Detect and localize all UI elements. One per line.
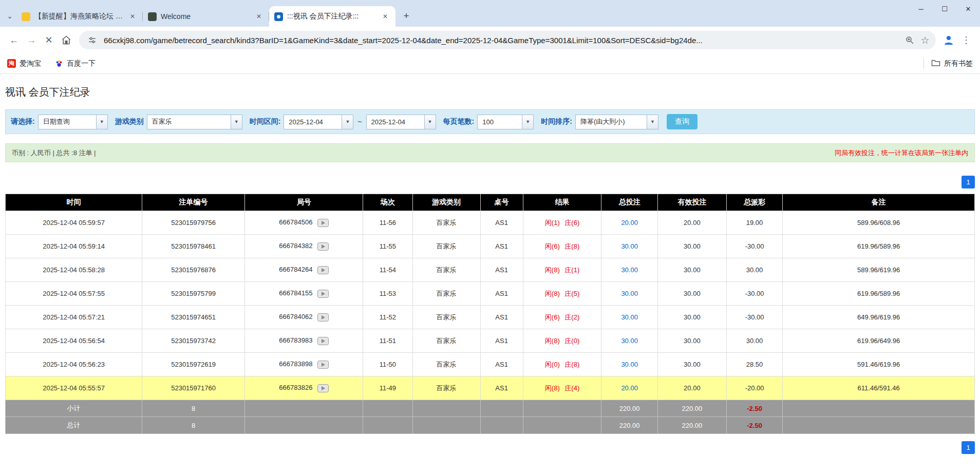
header-valid-bet: 有效投注 bbox=[657, 194, 726, 211]
result-banker: 庄(5) bbox=[564, 290, 579, 297]
bookmark-star-icon[interactable]: ☆ bbox=[917, 32, 933, 48]
cell-result: 闲(1) 庄(6) bbox=[523, 211, 601, 235]
round-video-icon[interactable] bbox=[317, 290, 329, 298]
cell-payout: -30.00 bbox=[726, 306, 782, 329]
date-end-input[interactable]: 2025-12-04 ▼ bbox=[366, 115, 436, 129]
cell-bet-id: 523015975799 bbox=[142, 282, 245, 306]
url-input[interactable]: 66cxkj98.com/game/betrecord_search/kind3… bbox=[104, 36, 902, 45]
chevron-down-icon[interactable]: ▼ bbox=[96, 115, 107, 129]
cell-bet-id: 523015971760 bbox=[142, 376, 245, 400]
total-bet-link[interactable]: 30.00 bbox=[621, 337, 638, 345]
cell-valid-bet: 30.00 bbox=[657, 353, 726, 376]
cell-game-type: 百家乐 bbox=[412, 235, 480, 258]
total-bet-link[interactable]: 20.00 bbox=[621, 219, 638, 226]
cell-round: 666784062 bbox=[245, 306, 363, 329]
cell-session: 11-50 bbox=[363, 353, 412, 376]
cell-round: 666783983 bbox=[245, 329, 363, 353]
search-button[interactable]: 查询 bbox=[667, 114, 698, 129]
tab-close-icon[interactable]: ✕ bbox=[380, 11, 390, 22]
cell-table-no: AS1 bbox=[480, 282, 523, 306]
cell-total-bet: 30.00 bbox=[601, 329, 657, 353]
total-count: 8 bbox=[142, 417, 245, 434]
close-button[interactable]: ✕ bbox=[956, 0, 980, 17]
chevron-down-icon[interactable]: ▼ bbox=[522, 115, 533, 129]
cell-game-type: 百家乐 bbox=[412, 258, 480, 282]
bookmark-label: 爱淘宝 bbox=[20, 59, 41, 68]
round-number: 666783898 bbox=[279, 360, 312, 368]
cell-table-no: AS1 bbox=[480, 258, 523, 282]
table-row: 2025-12-04 05:57:55 523015975799 6667841… bbox=[6, 282, 975, 306]
chevron-down-icon[interactable]: ▼ bbox=[231, 115, 242, 129]
tab-search-chevron-icon[interactable]: ⌄ bbox=[3, 7, 16, 25]
cell-valid-bet: 30.00 bbox=[657, 329, 726, 353]
profile-avatar[interactable] bbox=[940, 31, 957, 49]
round-video-icon[interactable] bbox=[317, 266, 329, 274]
round-video-icon[interactable] bbox=[317, 384, 329, 392]
url-bar[interactable]: 66cxkj98.com/game/betrecord_search/kind3… bbox=[79, 31, 936, 49]
date-start-input[interactable]: 2025-12-04 ▼ bbox=[284, 115, 353, 129]
result-player: 闲(8) bbox=[545, 290, 560, 297]
round-video-icon[interactable] bbox=[317, 219, 329, 227]
game-type-select[interactable]: 百家乐 ▼ bbox=[147, 115, 242, 129]
cell-table-no: AS1 bbox=[480, 329, 523, 353]
total-bet-link[interactable]: 30.00 bbox=[621, 361, 638, 368]
navigation-bar: ← → ✕ 66cxkj98.com/game/betrecord_search… bbox=[0, 27, 980, 53]
browser-menu-icon[interactable]: ⋮ bbox=[957, 31, 975, 49]
zoom-icon[interactable] bbox=[902, 32, 917, 48]
cell-total-bet: 30.00 bbox=[601, 235, 657, 258]
total-bet-link[interactable]: 30.00 bbox=[621, 266, 638, 274]
tab-title: Welcome bbox=[161, 12, 251, 21]
cell-payout: -30.00 bbox=[726, 235, 782, 258]
total-bet-link[interactable]: 20.00 bbox=[621, 384, 638, 392]
cell-total-bet: 30.00 bbox=[601, 306, 657, 329]
bookmark-aitaobao[interactable]: 淘 爱淘宝 bbox=[7, 59, 41, 68]
forward-icon[interactable]: → bbox=[23, 31, 40, 49]
chevron-down-icon[interactable]: ▼ bbox=[647, 115, 658, 129]
table-row: 2025-12-04 05:56:23 523015972619 6667838… bbox=[6, 353, 975, 376]
total-bet-link[interactable]: 30.00 bbox=[621, 290, 638, 297]
cell-remark: 619.96/589.96 bbox=[783, 235, 975, 258]
tab-welcome[interactable]: Welcome ✕ bbox=[143, 6, 269, 27]
round-video-icon[interactable] bbox=[317, 337, 329, 345]
total-row: 总计 8 220.00 220.00 -2.50 bbox=[6, 417, 975, 434]
cell-valid-bet: 30.00 bbox=[657, 235, 726, 258]
cell-remark: 649.96/619.96 bbox=[783, 306, 975, 329]
round-video-icon[interactable] bbox=[317, 313, 329, 322]
page-1-button[interactable]: 1 bbox=[962, 176, 975, 188]
tab-bet-records[interactable]: :::视讯 会员下注纪录::: ✕ bbox=[269, 6, 395, 27]
cell-time: 2025-12-04 05:57:55 bbox=[6, 282, 142, 306]
header-total-bet: 总投注 bbox=[601, 194, 657, 211]
sort-select[interactable]: 降幂(由大到小) ▼ bbox=[575, 115, 658, 129]
select-label: 请选择: bbox=[11, 117, 35, 126]
subtotal-label: 小计 bbox=[6, 400, 142, 417]
tab-close-icon[interactable]: ✕ bbox=[254, 11, 264, 22]
chevron-down-icon[interactable]: ▼ bbox=[424, 115, 436, 129]
cell-round: 666784506 bbox=[245, 211, 363, 235]
home-icon[interactable] bbox=[58, 31, 75, 49]
bookmark-baidu[interactable]: 百度一下 bbox=[54, 59, 96, 68]
table-header-row: 时间 注单编号 局号 场次 游戏类别 桌号 结果 总投注 有效投注 总派彩 备注 bbox=[6, 194, 975, 211]
chevron-down-icon[interactable]: ▼ bbox=[342, 115, 353, 129]
cell-table-no: AS1 bbox=[480, 376, 523, 400]
per-page-input[interactable]: 100 ▼ bbox=[477, 115, 534, 129]
tab-close-icon[interactable]: ✕ bbox=[127, 11, 138, 22]
bookmarks-divider bbox=[924, 59, 924, 69]
page-1-button[interactable]: 1 bbox=[962, 441, 975, 454]
stop-loading-icon[interactable]: ✕ bbox=[40, 31, 58, 49]
round-video-icon[interactable] bbox=[317, 242, 329, 251]
table-row: 2025-12-04 05:56:54 523015973742 6667839… bbox=[6, 329, 975, 353]
filter-bar: 请选择: 日期查询 ▼ 游戏类别 百家乐 ▼ 时间区间: 2025-12-04 … bbox=[5, 109, 975, 134]
total-bet-link[interactable]: 30.00 bbox=[621, 242, 638, 250]
round-number: 666784506 bbox=[279, 218, 312, 226]
tab-forum[interactable]: 【新提醒】海燕策略论坛 - 综合 ✕ bbox=[16, 6, 143, 27]
site-settings-icon[interactable] bbox=[84, 32, 100, 48]
date-start-value: 2025-12-04 bbox=[284, 115, 342, 129]
query-type-select[interactable]: 日期查询 ▼ bbox=[38, 115, 108, 129]
minimize-button[interactable]: ─ bbox=[909, 0, 933, 17]
total-bet-link[interactable]: 30.00 bbox=[621, 313, 638, 321]
back-icon[interactable]: ← bbox=[5, 31, 23, 49]
round-video-icon[interactable] bbox=[317, 361, 329, 369]
new-tab-button[interactable]: + bbox=[399, 8, 414, 24]
maximize-button[interactable]: ☐ bbox=[933, 0, 956, 17]
all-bookmarks-button[interactable]: 所有书签 bbox=[924, 59, 973, 69]
